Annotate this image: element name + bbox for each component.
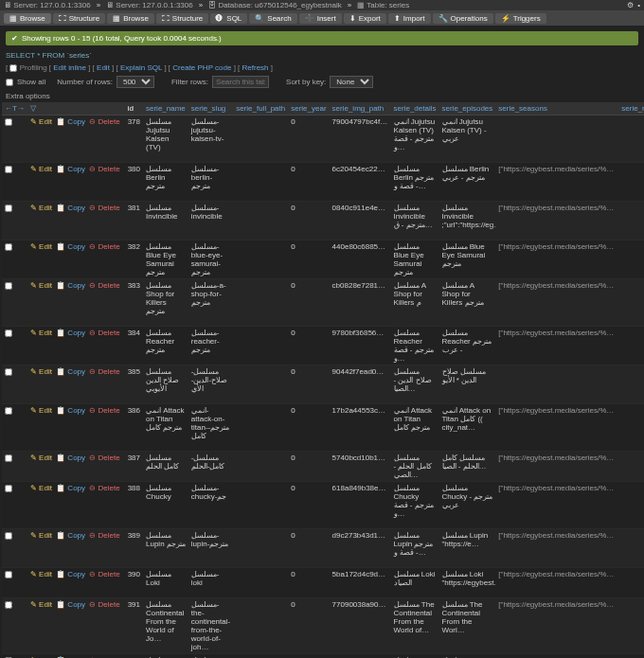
cell-img: d9c273b43d1aabd0812165762fa6505.jpg	[330, 529, 391, 568]
tab-import[interactable]: ⬆ Import	[388, 13, 431, 24]
tab-search[interactable]: 🔍 Search	[249, 13, 296, 24]
row-delete[interactable]: ⊖ Delete	[89, 329, 119, 337]
row-delete[interactable]: ⊖ Delete	[89, 453, 119, 462]
row-copy[interactable]: 📋 Copy	[56, 165, 85, 173]
row-copy[interactable]: 📋 Copy	[56, 484, 85, 492]
row-edit[interactable]: ✎ Edit	[30, 453, 52, 462]
tab-export[interactable]: ⬇ Export	[344, 13, 386, 24]
col-imgpath[interactable]: serie_img_path	[330, 102, 391, 116]
row-copy[interactable]: 📋 Copy	[56, 600, 85, 609]
row-edit[interactable]: ✎ Edit	[30, 531, 52, 540]
tab-browse2[interactable]: ▦ Browse	[107, 13, 154, 24]
col-details[interactable]: serie_details	[391, 102, 439, 116]
row-checkbox[interactable]	[5, 407, 12, 415]
extra-options[interactable]: Extra options	[6, 92, 638, 100]
link-explain[interactable]: Explain SQL	[120, 63, 162, 72]
row-edit[interactable]: ✎ Edit	[30, 117, 52, 126]
cell-slug: مسلسل-صلاح-الدين-الأي	[188, 365, 233, 404]
row-delete[interactable]: ⊖ Delete	[89, 570, 119, 578]
row-edit[interactable]: ✎ Edit	[30, 242, 52, 251]
col-year[interactable]: serie_year	[288, 102, 329, 116]
col-seasons[interactable]: serie_seasons	[495, 102, 618, 116]
row-copy[interactable]: 📋 Copy	[56, 281, 85, 290]
row-edit[interactable]: ✎ Edit	[30, 367, 52, 376]
row-copy[interactable]: 📋 Copy	[56, 242, 85, 251]
filter-input[interactable]	[212, 76, 269, 88]
col-episodes[interactable]: serie_episodes	[439, 102, 496, 116]
row-edit[interactable]: ✎ Edit	[30, 600, 52, 609]
cell-details: مسلسل كامل الحلم - الصي…	[391, 452, 439, 482]
row-delete[interactable]: ⊖ Delete	[89, 406, 119, 415]
row-checkbox[interactable]	[5, 485, 12, 492]
row-delete[interactable]: ⊖ Delete	[89, 531, 119, 540]
tab-structure[interactable]: ⛶ Structure	[53, 13, 105, 24]
row-checkbox[interactable]	[5, 601, 12, 609]
row-copy[interactable]: 📋 Copy	[56, 531, 85, 540]
tab-operations[interactable]: 🔧 Operations	[433, 13, 493, 24]
cell-id: 387	[125, 452, 143, 482]
cell-fullpath	[233, 529, 288, 568]
crumb-server[interactable]: 🖥 Server: 127.0.0.1:3306	[4, 1, 91, 9]
row-edit[interactable]: ✎ Edit	[30, 484, 52, 492]
row-checkbox[interactable]	[5, 205, 12, 212]
row-copy[interactable]: 📋 Copy	[56, 204, 85, 212]
crumb-database[interactable]: 🗄 Database: u675012546_egybestnalk	[208, 1, 342, 9]
link-edit[interactable]: Edit	[97, 63, 110, 72]
row-delete[interactable]: ⊖ Delete	[89, 281, 119, 290]
cell-seasons: ["https://egybest.media/series/%D9%85%D9…	[495, 240, 618, 279]
cell-id: 388	[125, 482, 143, 529]
row-checkbox[interactable]	[5, 118, 12, 126]
col-id[interactable]: id	[125, 102, 143, 116]
row-delete[interactable]: ⊖ Delete	[89, 204, 119, 212]
col-review[interactable]: serie_review_likes	[618, 102, 644, 116]
link-refresh[interactable]: Refresh	[242, 63, 269, 72]
row-edit[interactable]: ✎ Edit	[30, 281, 52, 290]
row-delete[interactable]: ⊖ Delete	[89, 600, 119, 609]
row-checkbox[interactable]	[5, 329, 12, 337]
row-checkbox[interactable]	[5, 571, 12, 578]
link-edit-inline[interactable]: Edit inline	[53, 63, 86, 72]
crumb-table[interactable]: ▦ Table: series	[357, 1, 409, 9]
crumb-server2[interactable]: 🖥 Server: 127.0.0.1:3306	[106, 1, 193, 9]
sort-select[interactable]: None	[330, 76, 373, 88]
tab-insert[interactable]: ➕ Insert	[299, 13, 342, 24]
row-checkbox[interactable]	[5, 532, 12, 540]
tab-sql[interactable]: 🅢 SQL	[210, 13, 247, 24]
row-checkbox[interactable]	[5, 368, 12, 376]
dot-icon[interactable]: •	[637, 1, 640, 9]
row-edit[interactable]: ✎ Edit	[30, 204, 52, 212]
cell-episodes: مسلسل The Continental From the Worl…	[439, 598, 496, 654]
row-delete[interactable]: ⊖ Delete	[89, 117, 119, 126]
row-copy[interactable]: 📋 Copy	[56, 570, 85, 578]
row-edit[interactable]: ✎ Edit	[30, 406, 52, 415]
row-copy[interactable]: 📋 Copy	[56, 117, 85, 126]
row-checkbox[interactable]	[5, 166, 12, 173]
row-copy[interactable]: 📋 Copy	[56, 329, 85, 337]
cell-year: 0	[288, 529, 329, 568]
cell-name: مسلسل Continental From the World of Jo…	[143, 598, 188, 654]
link-php[interactable]: Create PHP code	[172, 63, 231, 72]
tab-triggers[interactable]: ⚡ Triggers	[495, 13, 546, 24]
row-edit[interactable]: ✎ Edit	[30, 570, 52, 578]
rows-select[interactable]: 500	[116, 76, 154, 88]
row-copy[interactable]: 📋 Copy	[56, 406, 85, 415]
row-edit[interactable]: ✎ Edit	[30, 165, 52, 173]
star-icon[interactable]: ⚙	[627, 1, 634, 9]
row-delete[interactable]: ⊖ Delete	[89, 165, 119, 173]
tab-structure2[interactable]: ⛶ Structure	[156, 13, 208, 24]
row-copy[interactable]: 📋 Copy	[56, 453, 85, 462]
row-delete[interactable]: ⊖ Delete	[89, 484, 119, 492]
row-checkbox[interactable]	[5, 454, 12, 462]
show-all-checkbox[interactable]	[6, 79, 13, 86]
col-name[interactable]: serie_name	[143, 102, 188, 116]
row-delete[interactable]: ⊖ Delete	[89, 242, 119, 251]
profiling-checkbox[interactable]	[9, 64, 17, 72]
row-copy[interactable]: 📋 Copy	[56, 367, 85, 376]
col-fullpath[interactable]: serie_full_path	[233, 102, 288, 116]
row-edit[interactable]: ✎ Edit	[30, 329, 52, 337]
row-delete[interactable]: ⊖ Delete	[89, 367, 119, 376]
tab-browse[interactable]: ▦ Browse	[4, 13, 51, 24]
row-checkbox[interactable]	[5, 282, 12, 290]
row-checkbox[interactable]	[5, 243, 12, 251]
col-slug[interactable]: serie_slug	[188, 102, 233, 116]
